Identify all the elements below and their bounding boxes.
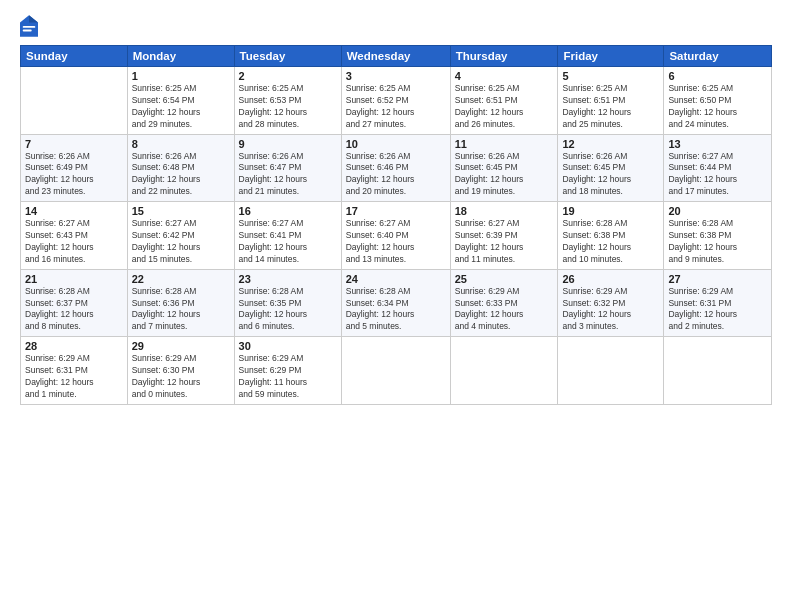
day-number: 14 — [25, 205, 123, 217]
calendar-cell: 23Sunrise: 6:28 AM Sunset: 6:35 PM Dayli… — [234, 269, 341, 337]
calendar-cell: 25Sunrise: 6:29 AM Sunset: 6:33 PM Dayli… — [450, 269, 558, 337]
calendar-cell: 17Sunrise: 6:27 AM Sunset: 6:40 PM Dayli… — [341, 202, 450, 270]
day-number: 13 — [668, 138, 767, 150]
day-number: 12 — [562, 138, 659, 150]
calendar-cell: 9Sunrise: 6:26 AM Sunset: 6:47 PM Daylig… — [234, 134, 341, 202]
calendar-cell: 2Sunrise: 6:25 AM Sunset: 6:53 PM Daylig… — [234, 67, 341, 135]
calendar-cell: 20Sunrise: 6:28 AM Sunset: 6:38 PM Dayli… — [664, 202, 772, 270]
calendar-cell: 29Sunrise: 6:29 AM Sunset: 6:30 PM Dayli… — [127, 337, 234, 405]
calendar-cell: 22Sunrise: 6:28 AM Sunset: 6:36 PM Dayli… — [127, 269, 234, 337]
calendar-week-row: 14Sunrise: 6:27 AM Sunset: 6:43 PM Dayli… — [21, 202, 772, 270]
svg-rect-2 — [23, 26, 36, 28]
day-number: 25 — [455, 273, 554, 285]
weekday-header-thursday: Thursday — [450, 46, 558, 67]
day-info: Sunrise: 6:29 AM Sunset: 6:32 PM Dayligh… — [562, 286, 659, 334]
day-info: Sunrise: 6:26 AM Sunset: 6:49 PM Dayligh… — [25, 151, 123, 199]
calendar-cell: 3Sunrise: 6:25 AM Sunset: 6:52 PM Daylig… — [341, 67, 450, 135]
calendar-cell: 15Sunrise: 6:27 AM Sunset: 6:42 PM Dayli… — [127, 202, 234, 270]
day-info: Sunrise: 6:28 AM Sunset: 6:34 PM Dayligh… — [346, 286, 446, 334]
calendar-cell: 13Sunrise: 6:27 AM Sunset: 6:44 PM Dayli… — [664, 134, 772, 202]
calendar-table: SundayMondayTuesdayWednesdayThursdayFrid… — [20, 45, 772, 405]
calendar-cell: 26Sunrise: 6:29 AM Sunset: 6:32 PM Dayli… — [558, 269, 664, 337]
weekday-header-friday: Friday — [558, 46, 664, 67]
day-info: Sunrise: 6:27 AM Sunset: 6:40 PM Dayligh… — [346, 218, 446, 266]
day-number: 11 — [455, 138, 554, 150]
svg-rect-3 — [23, 30, 32, 32]
weekday-header-tuesday: Tuesday — [234, 46, 341, 67]
day-number: 2 — [239, 70, 337, 82]
calendar-cell: 19Sunrise: 6:28 AM Sunset: 6:38 PM Dayli… — [558, 202, 664, 270]
svg-marker-1 — [29, 15, 38, 22]
day-info: Sunrise: 6:27 AM Sunset: 6:39 PM Dayligh… — [455, 218, 554, 266]
day-number: 30 — [239, 340, 337, 352]
calendar-cell: 8Sunrise: 6:26 AM Sunset: 6:48 PM Daylig… — [127, 134, 234, 202]
day-info: Sunrise: 6:26 AM Sunset: 6:48 PM Dayligh… — [132, 151, 230, 199]
calendar-week-row: 28Sunrise: 6:29 AM Sunset: 6:31 PM Dayli… — [21, 337, 772, 405]
day-info: Sunrise: 6:27 AM Sunset: 6:41 PM Dayligh… — [239, 218, 337, 266]
weekday-header-row: SundayMondayTuesdayWednesdayThursdayFrid… — [21, 46, 772, 67]
day-number: 23 — [239, 273, 337, 285]
weekday-header-sunday: Sunday — [21, 46, 128, 67]
day-number: 10 — [346, 138, 446, 150]
day-info: Sunrise: 6:29 AM Sunset: 6:29 PM Dayligh… — [239, 353, 337, 401]
day-info: Sunrise: 6:28 AM Sunset: 6:38 PM Dayligh… — [562, 218, 659, 266]
day-number: 29 — [132, 340, 230, 352]
day-info: Sunrise: 6:27 AM Sunset: 6:44 PM Dayligh… — [668, 151, 767, 199]
calendar-cell: 1Sunrise: 6:25 AM Sunset: 6:54 PM Daylig… — [127, 67, 234, 135]
calendar-cell: 30Sunrise: 6:29 AM Sunset: 6:29 PM Dayli… — [234, 337, 341, 405]
calendar-cell: 7Sunrise: 6:26 AM Sunset: 6:49 PM Daylig… — [21, 134, 128, 202]
day-number: 1 — [132, 70, 230, 82]
day-info: Sunrise: 6:26 AM Sunset: 6:45 PM Dayligh… — [455, 151, 554, 199]
page-header — [20, 15, 772, 37]
day-info: Sunrise: 6:25 AM Sunset: 6:53 PM Dayligh… — [239, 83, 337, 131]
day-info: Sunrise: 6:26 AM Sunset: 6:45 PM Dayligh… — [562, 151, 659, 199]
calendar-cell — [664, 337, 772, 405]
day-info: Sunrise: 6:28 AM Sunset: 6:35 PM Dayligh… — [239, 286, 337, 334]
day-number: 20 — [668, 205, 767, 217]
day-number: 3 — [346, 70, 446, 82]
calendar-cell: 14Sunrise: 6:27 AM Sunset: 6:43 PM Dayli… — [21, 202, 128, 270]
day-number: 7 — [25, 138, 123, 150]
calendar-week-row: 21Sunrise: 6:28 AM Sunset: 6:37 PM Dayli… — [21, 269, 772, 337]
calendar-cell: 27Sunrise: 6:29 AM Sunset: 6:31 PM Dayli… — [664, 269, 772, 337]
calendar-cell: 24Sunrise: 6:28 AM Sunset: 6:34 PM Dayli… — [341, 269, 450, 337]
day-number: 15 — [132, 205, 230, 217]
day-info: Sunrise: 6:27 AM Sunset: 6:43 PM Dayligh… — [25, 218, 123, 266]
calendar-cell — [341, 337, 450, 405]
day-info: Sunrise: 6:29 AM Sunset: 6:31 PM Dayligh… — [668, 286, 767, 334]
day-number: 4 — [455, 70, 554, 82]
weekday-header-wednesday: Wednesday — [341, 46, 450, 67]
calendar-week-row: 7Sunrise: 6:26 AM Sunset: 6:49 PM Daylig… — [21, 134, 772, 202]
calendar-week-row: 1Sunrise: 6:25 AM Sunset: 6:54 PM Daylig… — [21, 67, 772, 135]
calendar-cell — [558, 337, 664, 405]
day-number: 27 — [668, 273, 767, 285]
day-number: 16 — [239, 205, 337, 217]
weekday-header-saturday: Saturday — [664, 46, 772, 67]
calendar-cell: 28Sunrise: 6:29 AM Sunset: 6:31 PM Dayli… — [21, 337, 128, 405]
day-number: 5 — [562, 70, 659, 82]
weekday-header-monday: Monday — [127, 46, 234, 67]
day-info: Sunrise: 6:26 AM Sunset: 6:47 PM Dayligh… — [239, 151, 337, 199]
calendar-cell: 11Sunrise: 6:26 AM Sunset: 6:45 PM Dayli… — [450, 134, 558, 202]
day-info: Sunrise: 6:29 AM Sunset: 6:31 PM Dayligh… — [25, 353, 123, 401]
day-number: 9 — [239, 138, 337, 150]
day-number: 24 — [346, 273, 446, 285]
day-number: 17 — [346, 205, 446, 217]
day-number: 21 — [25, 273, 123, 285]
calendar-cell: 16Sunrise: 6:27 AM Sunset: 6:41 PM Dayli… — [234, 202, 341, 270]
day-number: 26 — [562, 273, 659, 285]
day-info: Sunrise: 6:25 AM Sunset: 6:52 PM Dayligh… — [346, 83, 446, 131]
day-number: 19 — [562, 205, 659, 217]
day-info: Sunrise: 6:25 AM Sunset: 6:54 PM Dayligh… — [132, 83, 230, 131]
logo — [20, 15, 42, 37]
day-number: 18 — [455, 205, 554, 217]
day-number: 8 — [132, 138, 230, 150]
day-number: 28 — [25, 340, 123, 352]
day-info: Sunrise: 6:25 AM Sunset: 6:51 PM Dayligh… — [562, 83, 659, 131]
calendar-cell: 10Sunrise: 6:26 AM Sunset: 6:46 PM Dayli… — [341, 134, 450, 202]
day-info: Sunrise: 6:28 AM Sunset: 6:36 PM Dayligh… — [132, 286, 230, 334]
day-number: 6 — [668, 70, 767, 82]
calendar-page: SundayMondayTuesdayWednesdayThursdayFrid… — [0, 0, 792, 612]
calendar-cell: 12Sunrise: 6:26 AM Sunset: 6:45 PM Dayli… — [558, 134, 664, 202]
day-info: Sunrise: 6:25 AM Sunset: 6:50 PM Dayligh… — [668, 83, 767, 131]
